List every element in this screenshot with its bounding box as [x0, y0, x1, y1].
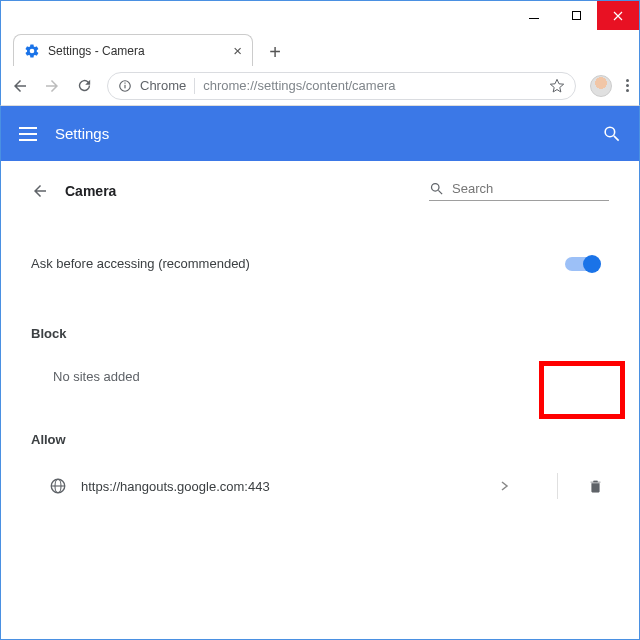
arrow-left-icon — [31, 182, 49, 200]
ask-label: Ask before accessing (recommended) — [31, 256, 250, 271]
site-url: https://hangouts.google.com:443 — [81, 479, 487, 494]
star-icon — [549, 78, 565, 94]
forward-button[interactable] — [43, 77, 61, 95]
address-bar[interactable]: Chrome chrome://settings/content/camera — [107, 72, 576, 100]
toggle-on-icon — [565, 257, 599, 271]
separator — [194, 78, 195, 94]
annotation-highlight — [539, 361, 625, 419]
back-button[interactable] — [11, 77, 29, 95]
window-titlebar — [0, 0, 640, 30]
svg-line-4 — [614, 136, 619, 141]
window-maximize-button[interactable] — [555, 1, 597, 30]
settings-back-button[interactable] — [31, 182, 49, 200]
toolbar: Chrome chrome://settings/content/camera — [0, 66, 640, 106]
delete-button[interactable] — [588, 478, 603, 495]
settings-app-bar: Settings — [0, 106, 640, 161]
url-text: chrome://settings/content/camera — [203, 78, 541, 93]
menu-button[interactable] — [19, 127, 37, 141]
separator — [557, 473, 558, 499]
app-title: Settings — [55, 125, 109, 142]
allow-site-row[interactable]: https://hangouts.google.com:443 — [31, 473, 609, 499]
close-icon — [613, 11, 623, 21]
arrow-left-icon — [11, 77, 29, 95]
browser-tab[interactable]: Settings - Camera × — [13, 34, 253, 66]
bookmark-button[interactable] — [549, 78, 565, 94]
chevron-right-icon — [501, 481, 509, 491]
svg-line-6 — [438, 190, 442, 194]
search-icon — [602, 124, 621, 143]
ask-before-accessing-row: Ask before accessing (recommended) — [31, 256, 609, 271]
settings-search-button[interactable] — [602, 124, 621, 143]
tab-strip: Settings - Camera × + — [0, 30, 640, 66]
gear-icon — [24, 43, 40, 59]
tab-close-button[interactable]: × — [233, 43, 242, 58]
reload-icon — [76, 77, 93, 94]
ask-toggle[interactable] — [565, 257, 599, 271]
arrow-right-icon — [43, 77, 61, 95]
trash-icon — [588, 478, 603, 495]
window-minimize-button[interactable] — [513, 1, 555, 30]
block-heading: Block — [31, 326, 609, 341]
profile-avatar[interactable] — [590, 75, 612, 97]
tab-title: Settings - Camera — [48, 44, 145, 58]
expand-button[interactable] — [501, 481, 509, 491]
svg-point-5 — [432, 184, 440, 192]
settings-content: Camera Search Ask before accessing (reco… — [0, 161, 640, 640]
search-input[interactable]: Search — [429, 181, 609, 201]
search-placeholder: Search — [452, 181, 493, 196]
globe-icon — [49, 477, 67, 495]
info-icon — [118, 79, 132, 93]
new-tab-button[interactable]: + — [261, 38, 289, 66]
page-title: Camera — [65, 183, 116, 199]
browser-menu-button[interactable] — [626, 79, 629, 92]
svg-point-3 — [605, 127, 615, 137]
svg-rect-1 — [124, 84, 125, 88]
page-header-row: Camera Search — [31, 181, 609, 201]
allow-heading: Allow — [31, 432, 609, 447]
search-icon — [429, 181, 444, 196]
svg-rect-2 — [124, 82, 125, 83]
block-empty-text: No sites added — [53, 369, 609, 384]
origin-chip: Chrome — [140, 78, 186, 93]
window-close-button[interactable] — [597, 1, 639, 30]
reload-button[interactable] — [75, 77, 93, 95]
